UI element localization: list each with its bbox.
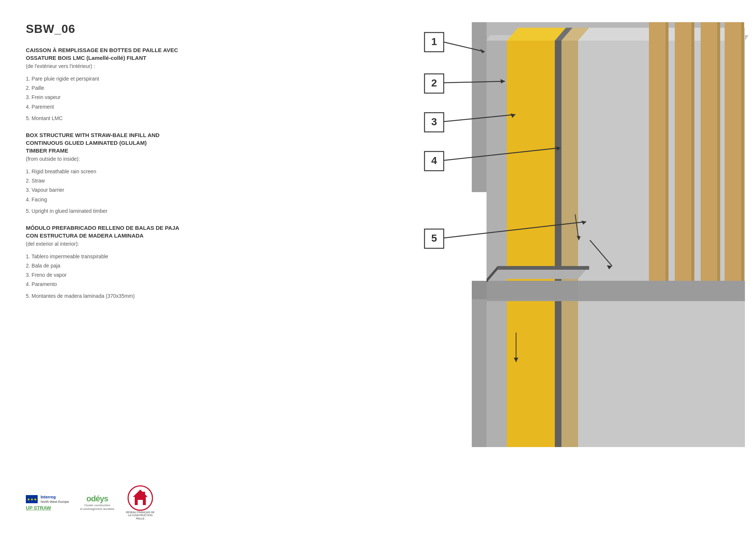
diagram: 1 2 3 4 5: [258, 0, 756, 499]
upstraw-label: UP STRAW: [26, 505, 51, 511]
english-title: BOX STRUCTURE WITH STRAW-BALE INFILL AND…: [26, 131, 210, 154]
left-panel: SBW_06 CAISSON À REMPLISSAGE EN BOTTES D…: [26, 22, 210, 309]
spanish-item-3: 3. Freno de vapor: [26, 270, 210, 280]
spanish-section: MÓDULO PREFABRICADO RELLENO DE BALAS DE …: [26, 224, 210, 301]
svg-rect-28: [555, 281, 561, 447]
svg-rect-22: [741, 22, 744, 299]
svg-rect-7: [507, 41, 555, 299]
interreg-logo: ★★★ Interreg North-West Europe UP STRAW: [26, 495, 69, 510]
svg-rect-30: [578, 281, 745, 447]
interreg-label: Interreg: [41, 495, 69, 500]
svg-text:4: 4: [431, 155, 437, 166]
french-item-3: 3. Frein vapeur: [26, 93, 210, 102]
english-section: BOX STRUCTURE WITH STRAW-BALE INFILL AND…: [26, 131, 210, 216]
spanish-items: 1. Tablero impermeable transpirable 2. B…: [26, 252, 210, 301]
spanish-title: MÓDULO PREFABRICADO RELLENO DE BALAS DE …: [26, 224, 210, 239]
svg-rect-9: [555, 41, 561, 299]
spanish-item-5: 5. Montantes de madera laminada (370x35m…: [26, 292, 210, 301]
svg-rect-4: [472, 41, 487, 188]
rfcp-logo: RÉSEAU FRANÇAIS DE LA CONSTRUCTION PAILL…: [126, 485, 155, 520]
svg-rect-15: [649, 22, 666, 299]
footer: ★★★ Interreg North-West Europe UP STRAW …: [26, 485, 155, 520]
svg-rect-25: [472, 281, 487, 299]
svg-rect-67: [138, 500, 143, 505]
svg-text:★★★: ★★★: [27, 497, 37, 501]
svg-rect-20: [717, 22, 720, 299]
rfcp-text: RÉSEAU FRANÇAIS DE LA CONSTRUCTION PAILL…: [126, 511, 155, 520]
svg-text:2: 2: [431, 77, 437, 89]
nwe-label: North-West Europe: [41, 500, 69, 504]
odeys-name: odéys: [86, 494, 108, 504]
svg-rect-16: [666, 22, 669, 299]
spanish-item-1: 1. Tablero impermeable transpirable: [26, 252, 210, 261]
svg-text:3: 3: [431, 116, 437, 127]
svg-text:5: 5: [431, 232, 437, 244]
svg-text:1: 1: [431, 36, 437, 47]
svg-rect-18: [691, 22, 694, 299]
english-item-5: 5. Upright in glued laminated timber: [26, 207, 210, 216]
english-item-4: 4. Facing: [26, 195, 210, 204]
spanish-subtitle: (del exterior al interior):: [26, 241, 210, 247]
english-items: 1. Rigid breathable rain screen 2. Straw…: [26, 167, 210, 216]
svg-rect-24: [472, 299, 487, 447]
spanish-item-2: 2. Bala de paja: [26, 261, 210, 270]
odeys-subtitle-2: et aménagement durables: [80, 507, 114, 511]
spanish-item-4: 4. Paramento: [26, 280, 210, 289]
svg-marker-36: [498, 266, 589, 270]
english-item-3: 3. Vapour barrier: [26, 185, 210, 195]
english-item-2: 2. Straw: [26, 176, 210, 185]
french-item-2: 2. Paille: [26, 84, 210, 93]
interreg-top: ★★★ Interreg North-West Europe: [26, 495, 69, 503]
svg-rect-27: [507, 281, 555, 447]
svg-rect-68: [143, 492, 145, 496]
svg-rect-17: [675, 22, 691, 299]
svg-rect-19: [701, 22, 717, 299]
english-subtitle: (from outside to inside):: [26, 156, 210, 162]
svg-rect-5: [487, 41, 507, 299]
svg-rect-11: [561, 41, 578, 299]
french-item-5: 5. Montant LMC: [26, 114, 210, 123]
odeys-subtitle-1: Cluster construction: [84, 504, 110, 507]
page: SBW_06 CAISSON À REMPLISSAGE EN BOTTES D…: [0, 0, 756, 535]
french-item-4: 4. Parement: [26, 102, 210, 112]
french-items: 1. Pare pluie rigide et perspirant 2. Pa…: [26, 74, 210, 123]
svg-rect-21: [725, 22, 741, 299]
odeys-logo: odéys Cluster construction et aménagemen…: [80, 494, 114, 511]
french-subtitle: (de l'extérieur vers l'intérieur) :: [26, 63, 210, 69]
main-title: SBW_06: [26, 22, 210, 36]
french-section: CAISSON À REMPLISSAGE EN BOTTES DE PAILL…: [26, 46, 210, 123]
eu-flag-icon: ★★★: [26, 495, 38, 503]
french-title: CAISSON À REMPLISSAGE EN BOTTES DE PAILL…: [26, 46, 210, 62]
svg-rect-26: [487, 281, 507, 447]
svg-marker-33: [487, 281, 578, 299]
english-item-1: 1. Rigid breathable rain screen: [26, 167, 210, 176]
french-item-1: 1. Pare pluie rigide et perspirant: [26, 74, 210, 84]
svg-rect-29: [561, 281, 578, 447]
rfcp-icon: [127, 485, 153, 511]
